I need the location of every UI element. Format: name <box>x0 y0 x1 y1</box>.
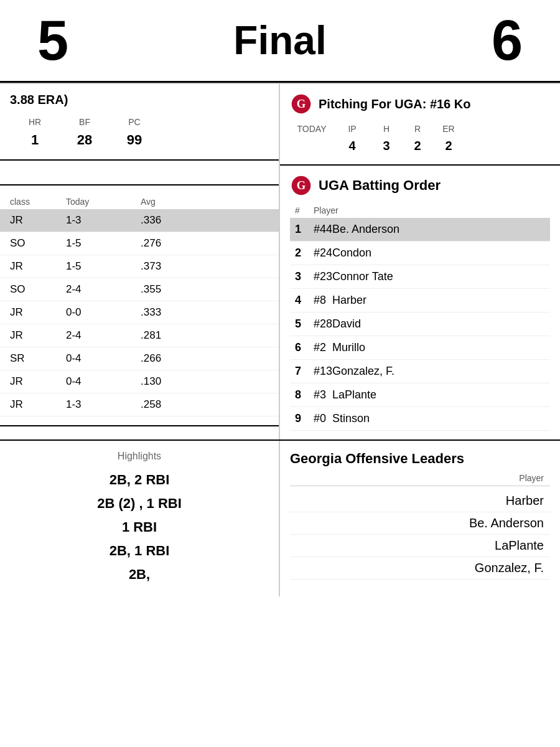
left-lineup-row: JR 1-5 .373 <box>0 255 279 278</box>
batting-header: G UGA Batting Order <box>290 174 550 197</box>
player-name: Be. Anderson <box>332 223 545 236</box>
score-header: 5 Final 6 <box>0 0 560 83</box>
lineup-class: JR <box>10 329 66 342</box>
batting-section: G UGA Batting Order # Player 1 #44 Be. A… <box>280 166 560 439</box>
era-title: 3.88 ERA) <box>10 93 269 107</box>
highlight-item: 2B, <box>10 563 269 586</box>
lineup-today: 1-3 <box>66 398 141 411</box>
bf-value: 28 <box>60 132 110 148</box>
lineup-header: class Today Avg <box>0 194 279 209</box>
player-name: David <box>332 317 545 331</box>
player-name: Harber <box>332 294 545 307</box>
hr-header: HR <box>10 117 60 127</box>
uga-logo-batting: G <box>290 174 312 197</box>
left-lineup-row: JR 0-4 .130 <box>0 370 279 393</box>
num-col-header: # <box>295 205 314 215</box>
er-value: 2 <box>433 139 464 153</box>
left-pitching-section: 3.88 ERA) HR BF PC 1 28 99 <box>0 84 279 161</box>
uga-logo: G <box>290 93 312 115</box>
lineup-class: SO <box>10 283 66 296</box>
left-spacer <box>0 161 279 186</box>
player-number: #0 <box>314 412 332 425</box>
pitching-stats-header: TODAY IP H R ER <box>290 121 550 136</box>
batting-order-row: 5 #28 David <box>290 312 550 336</box>
left-stats-header: HR BF PC <box>10 115 269 129</box>
order-number: 9 <box>295 412 314 425</box>
left-lineup-row: SR 0-4 .266 <box>0 347 279 370</box>
player-number: #28 <box>314 317 332 331</box>
player-number: #2 <box>314 341 332 354</box>
highlight-item: 2B, 1 RBI <box>10 539 269 563</box>
lineup-today: 1-5 <box>66 260 141 273</box>
lineup-class: SR <box>10 352 66 365</box>
lineup-avg: .130 <box>141 375 197 388</box>
lineup-class: SO <box>10 237 66 250</box>
batting-order-row: 4 #8 Harber <box>290 289 550 312</box>
highlight-item: 2B, 2 RBI <box>10 468 269 492</box>
order-number: 8 <box>295 388 314 402</box>
batting-order-row: 1 #44 Be. Anderson <box>290 218 550 242</box>
batting-order-header: # Player <box>290 203 550 218</box>
left-lineup-row: JR 1-3 .336 <box>0 209 279 232</box>
main-content: 3.88 ERA) HR BF PC 1 28 99 class Today A… <box>0 83 560 439</box>
highlight-items: 2B, 2 RBI2B (2) , 1 RBI1 RBI2B, 1 RBI2B, <box>10 468 269 586</box>
left-lineup-row: SO 2-4 .355 <box>0 278 279 301</box>
ol-player-row: Gonzalez, F. <box>290 557 550 580</box>
lineup-avg: .355 <box>141 283 197 296</box>
order-number: 1 <box>295 223 314 236</box>
offensive-leaders-title: Georgia Offensive Leaders <box>290 451 550 467</box>
ip-value: 4 <box>334 139 371 153</box>
player-name: Condon <box>332 247 545 260</box>
batting-order-rows: 1 #44 Be. Anderson 2 #24 Condon 3 #23 Co… <box>290 218 550 431</box>
player-number: #23 <box>314 270 332 283</box>
player-name: Gonzalez, F. <box>332 365 545 378</box>
lineup-class: JR <box>10 375 66 388</box>
svg-text:G: G <box>297 179 306 192</box>
batting-order-row: 9 #0 Stinson <box>290 407 550 431</box>
left-lineup-rows: JR 1-3 .336 SO 1-5 .276 JR 1-5 .373 SO 2… <box>0 209 279 416</box>
lineup-avg: .276 <box>141 237 197 250</box>
lineup-today: 0-0 <box>66 306 141 319</box>
h-label: H <box>371 124 402 134</box>
today-header: Today <box>66 197 141 207</box>
lineup-class: JR <box>10 398 66 411</box>
lineup-class: JR <box>10 260 66 273</box>
left-lineup-row: JR 0-0 .333 <box>0 301 279 324</box>
left-panel: 3.88 ERA) HR BF PC 1 28 99 class Today A… <box>0 84 280 439</box>
lineup-today: 1-5 <box>66 237 141 250</box>
lineup-today: 2-4 <box>66 329 141 342</box>
left-lineup-row: SO 1-5 .276 <box>0 232 279 255</box>
game-status: Final <box>233 17 326 63</box>
highlight-item: 1 RBI <box>10 515 269 539</box>
batting-order-row: 8 #3 LaPlante <box>290 383 550 407</box>
ol-player-row: Be. Anderson <box>290 512 550 535</box>
r-value: 2 <box>402 139 433 153</box>
lineup-today: 2-4 <box>66 283 141 296</box>
offensive-leaders-panel: Georgia Offensive Leaders Player HarberB… <box>280 441 560 596</box>
left-stats-row: 1 28 99 <box>10 129 269 151</box>
pitching-section: G Pitching For UGA: #16 Ko TODAY IP H R … <box>280 84 560 166</box>
h-value: 3 <box>371 139 402 153</box>
score-left: 5 <box>37 12 68 68</box>
lineup-avg: .281 <box>141 329 197 342</box>
class-header: class <box>10 197 66 207</box>
lineup-avg: .373 <box>141 260 197 273</box>
player-number: #13 <box>314 365 332 378</box>
order-number: 3 <box>295 270 314 283</box>
player-number: #3 <box>314 388 332 402</box>
highlight-item: 2B (2) , 1 RBI <box>10 492 269 515</box>
pitching-stats-row: 4 3 2 2 <box>290 136 550 156</box>
left-lineup-row: JR 2-4 .281 <box>0 324 279 347</box>
ol-header: Player <box>290 473 550 486</box>
lineup-avg: .266 <box>141 352 197 365</box>
lineup-class: JR <box>10 306 66 319</box>
svg-text:G: G <box>297 97 306 110</box>
pc-value: 99 <box>110 132 159 148</box>
player-col-header: Player <box>314 205 545 215</box>
today-value <box>290 139 334 153</box>
batting-order-row: 2 #24 Condon <box>290 242 550 265</box>
player-name: Connor Tate <box>332 270 545 283</box>
left-lineup-row: JR 1-3 .258 <box>0 393 279 416</box>
left-lineup-section: class Today Avg JR 1-3 .336 SO 1-5 .276 … <box>0 186 279 426</box>
today-label: TODAY <box>290 124 334 134</box>
